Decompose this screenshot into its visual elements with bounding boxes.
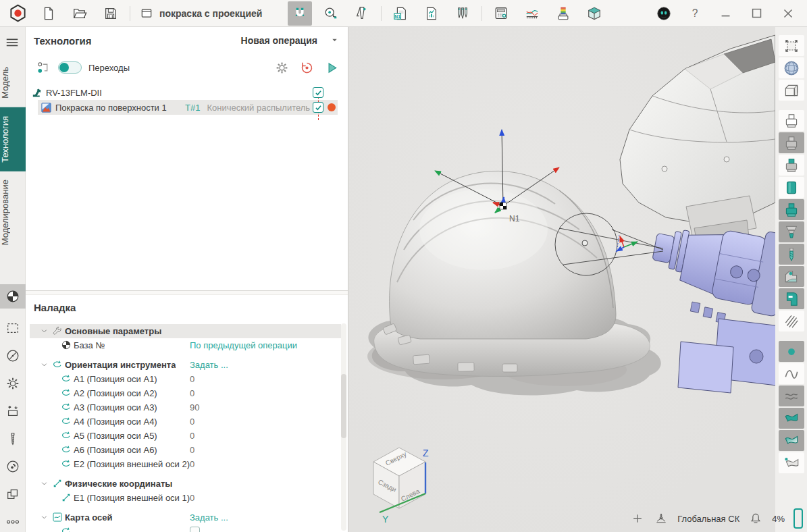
tab-model[interactable]: Модель — [0, 58, 26, 107]
screw-button[interactable] — [0, 431, 26, 447]
parameter-value-link[interactable]: По предыдущей операции — [190, 340, 297, 350]
show-curves-button[interactable] — [779, 363, 804, 384]
show-tool-cone-button[interactable] — [779, 221, 804, 242]
nc-program-button[interactable]: N1 — [388, 1, 413, 26]
diagrams-button[interactable] — [520, 1, 544, 26]
parameter-row[interactable]: База №По предыдущей операции — [26, 338, 348, 352]
transitions-toggle[interactable] — [58, 61, 82, 74]
settings-button[interactable] — [0, 375, 26, 392]
setup-scrollbar[interactable] — [341, 323, 346, 531]
workpiece-view-button[interactable] — [779, 80, 804, 101]
parameter-row[interactable]: A2 (Позиция оси A2)0 — [26, 386, 348, 400]
tree-item-operation[interactable]: Покраска по поверхности 1 T#1 Конический… — [38, 100, 338, 115]
selection-button[interactable] — [0, 320, 26, 336]
add-icon[interactable] — [630, 511, 645, 526]
painting-button[interactable] — [551, 1, 575, 26]
mass-center-button[interactable] — [0, 284, 26, 309]
show-flags-button[interactable] — [779, 408, 804, 429]
operation-settings-gear-icon[interactable] — [274, 59, 290, 76]
workpiece-button[interactable] — [582, 1, 606, 26]
panel-splitter[interactable] — [26, 290, 348, 295]
parameter-value[interactable]: 0 — [190, 493, 194, 503]
parameter-value[interactable]: 0 — [190, 374, 194, 384]
more-button[interactable] — [0, 514, 26, 530]
parameter-group-row[interactable]: Карта осейЗадать ... — [26, 510, 348, 525]
layers-button[interactable] — [0, 486, 26, 502]
chevron-down-icon[interactable] — [41, 514, 52, 521]
coordinate-system-label[interactable]: Глобальная СК — [677, 514, 739, 524]
new-document-button[interactable] — [36, 1, 61, 26]
caliper-button[interactable] — [350, 1, 374, 26]
recalculate-icon[interactable] — [298, 59, 315, 76]
parameter-row[interactable]: A1 (Позиция оси A1)0 — [26, 372, 348, 386]
chevron-down-icon[interactable] — [41, 480, 52, 487]
show-flags-gradient-button[interactable] — [779, 430, 804, 451]
parameter-row[interactable]: A6 (Позиция оси A6)0 — [26, 443, 348, 457]
assistant-button[interactable] — [652, 1, 676, 26]
parameter-row[interactable]: A3 (Позиция оси A3)90 — [26, 400, 348, 415]
spray-tool-model[interactable] — [643, 211, 775, 393]
helmet-model[interactable] — [374, 171, 650, 376]
close-button[interactable] — [776, 1, 800, 26]
parameter-row[interactable]: E2 (Позиция внешней оси 2)0 — [26, 457, 348, 471]
scrollbar-thumb[interactable] — [341, 374, 346, 438]
parameter-checkbox[interactable] — [190, 527, 200, 532]
minimize-button[interactable] — [714, 1, 738, 26]
show-part-stock-button[interactable] — [779, 155, 804, 176]
calculator-button[interactable] — [489, 1, 513, 26]
shading-mode-button[interactable] — [779, 57, 804, 78]
probe-button[interactable] — [0, 458, 26, 475]
show-hatching-button[interactable] — [779, 311, 804, 331]
help-button[interactable]: ? — [683, 1, 707, 26]
structure-icon[interactable] — [35, 59, 51, 76]
show-stock-outline-button[interactable] — [779, 110, 804, 131]
show-cylinder-button[interactable] — [779, 177, 804, 198]
show-tool-button[interactable] — [779, 244, 804, 265]
view-cube[interactable]: Сверху Сзади Слева Z Y — [373, 448, 429, 525]
show-part-button[interactable] — [779, 199, 804, 220]
measure-button[interactable] — [319, 1, 343, 26]
chevron-down-icon[interactable] — [41, 327, 52, 335]
maximize-button[interactable] — [745, 1, 769, 26]
parameter-value[interactable]: 0 — [190, 431, 194, 441]
parameter-value[interactable]: 90 — [190, 402, 199, 413]
show-fixture-button[interactable] — [779, 266, 804, 287]
parameter-value[interactable]: 0 — [190, 459, 194, 469]
operation-enabled-checkbox[interactable] — [313, 102, 323, 113]
parameter-value-link[interactable]: Задать ... — [190, 512, 228, 523]
parameter-group-row[interactable]: Ориентация инструментаЗадать ... — [26, 358, 348, 372]
coordinate-system-icon[interactable] — [654, 511, 669, 526]
open-document-button[interactable] — [68, 1, 92, 26]
chevron-down-icon[interactable] — [41, 361, 52, 369]
show-flag-points-button[interactable] — [779, 452, 804, 473]
parameter-group-row[interactable]: Основные параметры — [30, 324, 341, 338]
show-stock-button[interactable] — [779, 132, 804, 153]
new-operation-dropdown[interactable]: Новая операция — [241, 34, 338, 47]
robot-arm-model[interactable] — [620, 35, 775, 250]
parameter-value-link[interactable]: Задать ... — [190, 360, 228, 370]
viewport-3d[interactable]: N1 Сверху Сзади Слева Z Y — [348, 27, 775, 532]
machine-enabled-checkbox[interactable] — [313, 87, 323, 98]
notifications-bell-icon[interactable] — [748, 511, 763, 526]
save-document-button[interactable] — [99, 1, 123, 26]
run-simulation-play-icon[interactable] — [323, 59, 340, 76]
tab-simulation[interactable]: Моделирование — [0, 171, 26, 254]
parameter-row[interactable]: E1 (Позиция внешней оси 1)0 — [26, 491, 348, 505]
main-menu-button[interactable] — [5, 35, 21, 51]
compass-button[interactable] — [0, 348, 26, 364]
tab-technology[interactable]: Технология — [0, 107, 26, 171]
parameter-row[interactable]: A4 (Позиция оси A4)0 — [26, 415, 348, 429]
tool-library-button[interactable] — [450, 1, 475, 26]
parameter-value[interactable]: 0 — [190, 445, 194, 455]
show-points-button[interactable] — [779, 341, 804, 362]
tree-item-machine[interactable]: RV-13FLM-DII — [26, 85, 348, 100]
show-machine-button[interactable] — [779, 288, 804, 309]
fit-view-button[interactable] — [779, 35, 804, 56]
parameter-value[interactable]: 0 — [190, 417, 194, 427]
snap-magnet-button[interactable] — [288, 1, 312, 26]
parameter-group-row[interactable]: Физические координаты — [26, 477, 348, 491]
parameter-row[interactable] — [26, 525, 348, 532]
show-toolpath-outline-button[interactable] — [779, 385, 804, 406]
parameter-value[interactable]: 0 — [190, 388, 194, 398]
stock-button[interactable] — [0, 403, 26, 419]
